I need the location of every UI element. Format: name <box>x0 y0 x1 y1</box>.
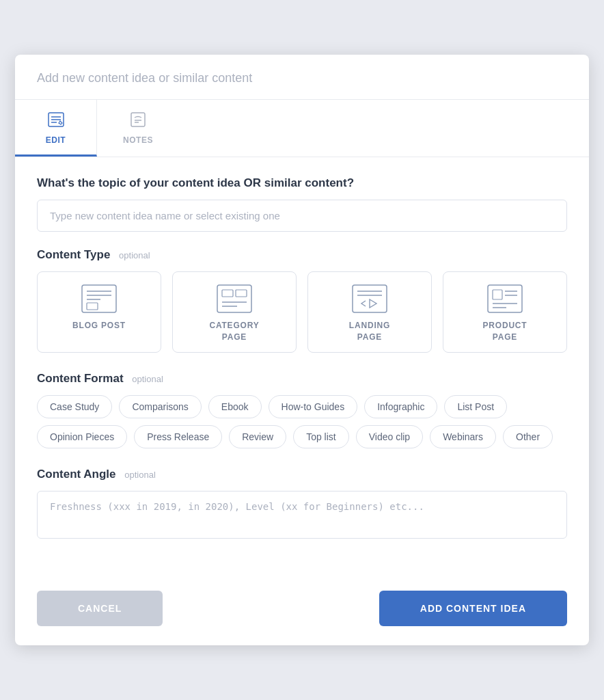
content-type-section: Content Type optional BLOG POST <box>37 248 567 353</box>
svg-rect-4 <box>131 113 145 126</box>
modal-body: What's the topic of your content idea OR… <box>15 157 589 578</box>
product-page-label: PRODUCTPAGE <box>483 320 527 343</box>
content-types-grid: BLOG POST CATEGORYPAGE <box>37 271 567 353</box>
tabs-container: EDIT NOTES <box>15 100 589 157</box>
format-tag-press-release[interactable]: Press Release <box>134 425 222 448</box>
format-tag-infographic[interactable]: Infographic <box>364 395 437 418</box>
content-angle-title: Content Angle optional <box>37 468 567 481</box>
content-type-product-page[interactable]: PRODUCTPAGE <box>443 271 567 353</box>
modal-header: Add new content idea or similar content <box>15 55 589 100</box>
content-type-blog-post[interactable]: BLOG POST <box>37 271 161 353</box>
tab-edit-label: EDIT <box>46 135 66 145</box>
modal-footer: CANCEL ADD CONTENT IDEA <box>15 577 589 645</box>
add-content-idea-button[interactable]: ADD CONTENT IDEA <box>379 591 567 626</box>
tab-edit[interactable]: EDIT <box>15 100 97 157</box>
landing-page-label: LANDINGPAGE <box>349 320 390 343</box>
svg-rect-11 <box>87 303 98 310</box>
format-tag-other[interactable]: Other <box>503 425 553 448</box>
svg-rect-13 <box>222 290 233 297</box>
format-tag-review[interactable]: Review <box>229 425 286 448</box>
svg-rect-17 <box>353 285 387 312</box>
format-tag-ebook[interactable]: Ebook <box>208 395 262 418</box>
format-tag-video-clip[interactable]: Video clip <box>356 425 423 448</box>
format-tag-case-study[interactable]: Case Study <box>37 395 112 418</box>
content-type-category-page[interactable]: CATEGORYPAGE <box>172 271 297 353</box>
topic-section: What's the topic of your content idea OR… <box>37 176 567 248</box>
topic-section-title: What's the topic of your content idea OR… <box>37 176 567 190</box>
modal-header-title: Add new content idea or similar content <box>37 71 252 85</box>
content-angle-input[interactable] <box>37 491 567 539</box>
cancel-button[interactable]: CANCEL <box>37 591 163 626</box>
edit-icon <box>48 112 64 131</box>
svg-rect-21 <box>493 290 502 299</box>
content-format-title: Content Format optional <box>37 372 567 386</box>
notes-icon <box>131 112 146 131</box>
content-type-title: Content Type optional <box>37 248 567 262</box>
svg-rect-12 <box>217 285 251 312</box>
format-tag-list-post[interactable]: List Post <box>444 395 507 418</box>
content-angle-section: Content Angle optional <box>37 468 567 561</box>
content-type-landing-page[interactable]: LANDINGPAGE <box>307 271 432 353</box>
tab-notes-label: NOTES <box>123 135 153 145</box>
tab-notes[interactable]: NOTES <box>97 100 179 157</box>
category-page-label: CATEGORYPAGE <box>209 320 259 343</box>
format-tag-comparisons[interactable]: Comparisons <box>119 395 201 418</box>
svg-rect-14 <box>236 290 247 297</box>
modal-container: Add new content idea or similar content … <box>15 55 589 646</box>
format-tag-top-list[interactable]: Top list <box>293 425 349 448</box>
format-tag-webinars[interactable]: Webinars <box>430 425 496 448</box>
content-format-section: Content Format optional Case Study Compa… <box>37 372 567 448</box>
format-tags-container: Case Study Comparisons Ebook How-to Guid… <box>37 395 567 448</box>
content-idea-input[interactable] <box>37 200 567 232</box>
format-tag-how-to-guides[interactable]: How-to Guides <box>269 395 358 418</box>
format-tag-opinion-pieces[interactable]: Opinion Pieces <box>37 425 127 448</box>
blog-post-label: BLOG POST <box>72 320 126 332</box>
